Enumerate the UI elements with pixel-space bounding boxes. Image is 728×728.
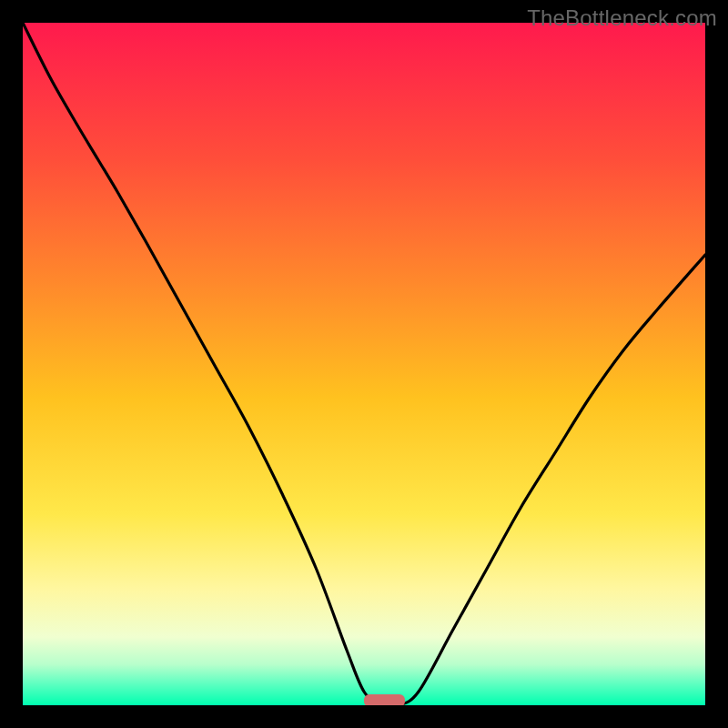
- watermark-text: TheBottleneck.com: [527, 5, 717, 31]
- plot-area: [23, 23, 705, 705]
- chart-frame: TheBottleneck.com: [0, 0, 728, 728]
- optimal-marker: [364, 694, 405, 705]
- gradient-background: [23, 23, 705, 705]
- chart-svg: [23, 23, 705, 705]
